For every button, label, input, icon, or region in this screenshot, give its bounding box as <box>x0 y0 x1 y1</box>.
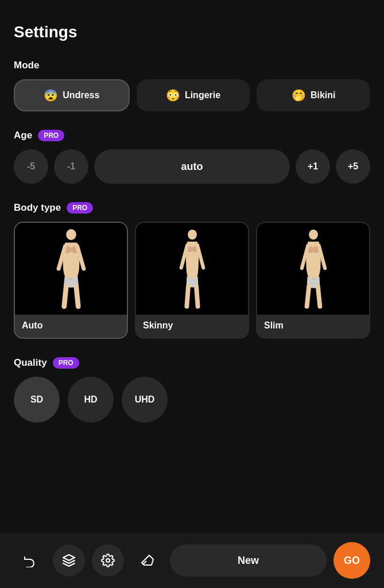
svg-point-0 <box>66 229 76 240</box>
quality-btn-uhd[interactable]: UHD <box>122 377 168 423</box>
body-card-auto-label: Auto <box>15 315 127 331</box>
body-card-auto[interactable]: Auto <box>14 222 128 339</box>
age-plus1-btn[interactable]: +1 <box>296 149 330 184</box>
body-card-skinny-label: Skinny <box>136 315 248 331</box>
page-title: Settings <box>14 23 370 41</box>
svg-point-6 <box>309 230 318 240</box>
undress-emoji: 😨 <box>44 88 58 102</box>
mode-btn-undress[interactable]: 😨 Undress <box>14 79 130 111</box>
undo-icon <box>23 554 37 567</box>
age-row: -5 -1 auto +1 +5 <box>14 149 370 184</box>
eraser-icon <box>140 554 154 567</box>
body-card-slim-img <box>257 223 369 315</box>
age-plus5-btn[interactable]: +5 <box>336 149 370 184</box>
body-type-row: Auto Skinny <box>14 222 370 339</box>
quality-btn-hd[interactable]: HD <box>68 377 114 423</box>
gear-button[interactable] <box>92 544 124 577</box>
tag-button[interactable] <box>53 544 85 577</box>
gear-icon <box>101 554 115 567</box>
bottom-toolbar: New GO <box>0 533 384 588</box>
mode-options-row: 😨 Undress 😳 Lingerie 🤭 Bikini <box>14 79 370 111</box>
body-card-slim-label: Slim <box>257 315 369 331</box>
quality-row: SD HD UHD <box>14 377 370 423</box>
undo-button[interactable] <box>14 544 46 577</box>
body-type-pro-badge: PRO <box>67 202 93 214</box>
body-type-section-label: Body type PRO <box>14 202 370 214</box>
mode-section-label: Mode <box>14 60 370 71</box>
new-button[interactable]: New <box>170 544 327 577</box>
body-card-skinny-img <box>136 223 248 315</box>
age-pro-badge: PRO <box>38 130 64 141</box>
quality-pro-badge: PRO <box>53 357 79 369</box>
age-minus5-btn[interactable]: -5 <box>14 149 48 184</box>
mode-btn-bikini[interactable]: 🤭 Bikini <box>257 79 370 111</box>
mode-btn-lingerie[interactable]: 😳 Lingerie <box>137 79 250 111</box>
settings-page: Settings Mode 😨 Undress 😳 Lingerie 🤭 Bik… <box>0 0 384 514</box>
svg-point-9 <box>106 559 110 562</box>
body-card-auto-img <box>15 223 127 315</box>
quality-btn-sd[interactable]: SD <box>14 377 60 423</box>
svg-point-3 <box>188 230 197 240</box>
age-auto-btn[interactable]: auto <box>94 149 290 184</box>
body-card-skinny[interactable]: Skinny <box>135 222 249 339</box>
body-card-slim[interactable]: Slim <box>256 222 370 339</box>
go-button[interactable]: GO <box>333 542 370 579</box>
bikini-emoji: 🤭 <box>292 88 306 102</box>
lingerie-emoji: 😳 <box>166 88 180 102</box>
quality-section-label: Quality PRO <box>14 357 370 369</box>
age-minus1-btn[interactable]: -1 <box>54 149 88 184</box>
tag-icon <box>62 554 76 567</box>
age-section-label: Age PRO <box>14 130 370 141</box>
eraser-button[interactable] <box>131 544 163 577</box>
